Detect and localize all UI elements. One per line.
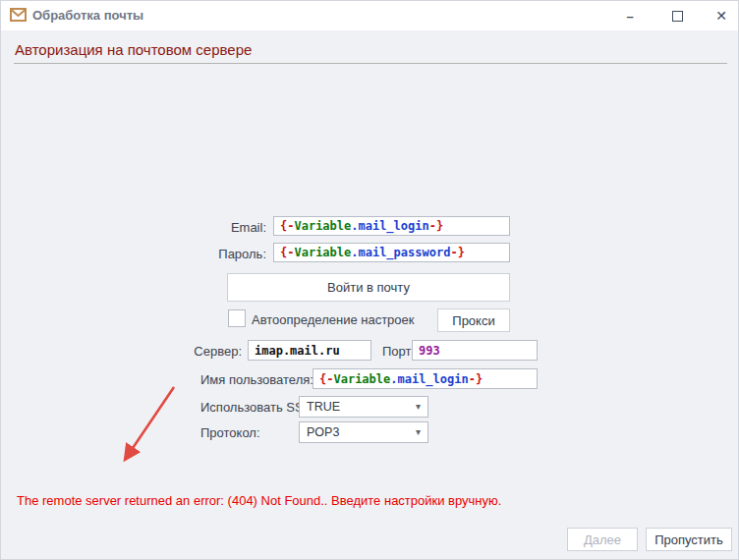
- protocol-select[interactable]: POP3 ▾: [299, 421, 428, 443]
- window-title: Обработка почты: [32, 8, 143, 23]
- password-label: Пароль:: [158, 247, 266, 261]
- close-icon[interactable]: ✕: [705, 1, 738, 30]
- dialog-window: Обработка почты – ✕ Авторизация на почто…: [0, 0, 739, 560]
- ssl-select[interactable]: TRUE ▾: [299, 396, 428, 418]
- minimize-icon[interactable]: –: [613, 1, 647, 30]
- password-field[interactable]: {-Variable.mail_password-}: [273, 243, 510, 262]
- server-field[interactable]: imap.mail.ru: [248, 340, 371, 361]
- password-value-property: .mail_password: [351, 246, 450, 259]
- maximize-icon[interactable]: [660, 1, 694, 30]
- server-value: imap.mail.ru: [255, 344, 340, 358]
- annotation-arrow-icon: [109, 379, 188, 473]
- page-title: Авторизация на почтовом сервере: [15, 41, 252, 58]
- envelope-icon: [10, 8, 27, 22]
- password-value-open: {-: [280, 246, 294, 259]
- password-value-close: -}: [450, 246, 464, 259]
- username-value-close: -}: [469, 372, 483, 386]
- username-field[interactable]: {-Variable.mail_login-}: [313, 368, 538, 389]
- chevron-down-icon: ▾: [416, 427, 421, 437]
- email-value-property: .mail_login: [351, 219, 428, 233]
- protocol-value: POP3: [307, 425, 339, 439]
- email-label: Email:: [158, 220, 266, 235]
- protocol-label: Протокол:: [200, 425, 260, 440]
- email-field[interactable]: {-Variable.mail_login-}: [273, 216, 510, 236]
- error-message: The remote server returned an error: (40…: [17, 493, 501, 508]
- email-value-object: Variable: [294, 219, 351, 233]
- port-field[interactable]: 993: [412, 340, 538, 361]
- login-button[interactable]: Войти в почту: [227, 273, 510, 302]
- username-value-object: Variable: [333, 372, 390, 386]
- skip-button[interactable]: Пропустить: [646, 528, 732, 551]
- username-value-property: .mail_login: [390, 372, 468, 386]
- port-label: Порт:: [382, 344, 415, 359]
- chevron-down-icon: ▾: [416, 402, 421, 412]
- heading-divider: [14, 63, 727, 64]
- password-value-object: Variable: [294, 246, 351, 259]
- ssl-label: Использовать SSL:: [200, 400, 313, 415]
- port-value: 993: [419, 344, 440, 358]
- email-value-close: -}: [429, 219, 443, 233]
- server-label: Сервер:: [143, 344, 242, 359]
- autodetect-checkbox[interactable]: [228, 309, 246, 327]
- username-value-open: {-: [319, 372, 333, 386]
- title-bar: Обработка почты – ✕: [1, 1, 738, 30]
- email-value-open: {-: [280, 219, 294, 233]
- autodetect-label: Автоопределение настроек: [252, 312, 415, 327]
- proxy-button[interactable]: Прокси: [437, 308, 510, 332]
- ssl-value: TRUE: [307, 400, 340, 414]
- next-button[interactable]: Далее: [567, 528, 638, 551]
- username-label: Имя пользователя:: [200, 372, 306, 387]
